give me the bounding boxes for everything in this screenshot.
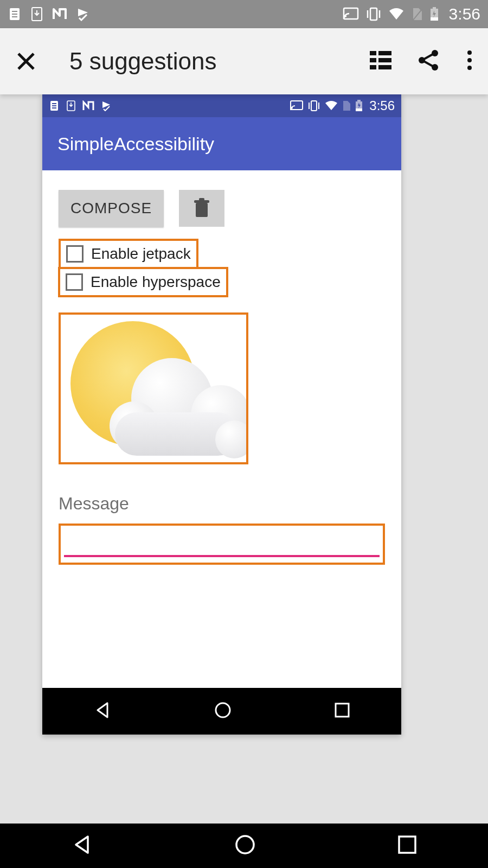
back-icon[interactable] [70, 833, 93, 858]
message-input-frame[interactable] [59, 524, 385, 565]
share-icon[interactable] [418, 49, 440, 74]
svg-point-26 [467, 50, 472, 55]
checkbox-label: Enable jetpack [91, 245, 191, 263]
checkbox-label: Enable hyperspace [91, 273, 221, 291]
svg-rect-43 [199, 198, 204, 201]
input-underline [64, 555, 380, 557]
trash-icon [192, 197, 211, 220]
document-icon [49, 100, 60, 111]
play-badge-icon [76, 7, 90, 21]
n-icon [82, 100, 94, 111]
battery-icon [355, 100, 363, 112]
svg-rect-3 [12, 16, 17, 17]
recents-icon[interactable] [397, 834, 418, 857]
weather-image[interactable] [59, 312, 248, 464]
svg-rect-20 [378, 65, 391, 69]
svg-rect-45 [336, 704, 349, 717]
svg-rect-15 [370, 51, 376, 55]
vibrate-icon [365, 7, 382, 21]
home-icon[interactable] [234, 833, 256, 858]
checkbox-enable-hyperspace[interactable]: Enable hyperspace [58, 267, 228, 297]
checkbox-icon [66, 245, 84, 263]
list-view-icon[interactable] [370, 51, 391, 72]
download-icon [66, 100, 76, 111]
svg-rect-41 [196, 203, 208, 217]
overflow-menu-icon[interactable] [466, 49, 473, 73]
sim-icon [411, 7, 423, 21]
svg-point-46 [236, 836, 254, 853]
svg-rect-12 [431, 17, 438, 21]
svg-rect-17 [370, 58, 376, 62]
svg-rect-6 [370, 8, 377, 20]
outer-title: 5 suggestions [69, 48, 217, 75]
home-icon[interactable] [214, 701, 232, 722]
svg-rect-16 [378, 51, 391, 55]
svg-rect-40 [356, 108, 362, 111]
message-input[interactable] [64, 529, 380, 553]
back-icon[interactable] [93, 701, 112, 722]
close-icon[interactable] [15, 50, 37, 72]
download-icon [30, 7, 43, 21]
inner-app-title: SimpleAccessibility [57, 133, 214, 155]
cast-icon [343, 7, 359, 21]
cast-icon [290, 100, 303, 111]
cloud-icon [110, 369, 248, 450]
svg-rect-47 [399, 837, 415, 853]
svg-rect-31 [52, 105, 56, 106]
inner-app-bar: SimpleAccessibility [42, 117, 401, 170]
outer-app-bar: 5 suggestions [0, 28, 488, 94]
battery-icon [429, 7, 439, 22]
n-icon [52, 7, 67, 21]
inner-status-bar: 3:56 [42, 94, 401, 117]
svg-rect-39 [357, 100, 361, 101]
svg-rect-2 [12, 14, 17, 15]
svg-rect-30 [52, 103, 56, 104]
inner-device-preview: 3:56 SimpleAccessibility COMPOSE Enable … [42, 94, 401, 735]
svg-rect-1 [12, 11, 17, 12]
play-badge-icon [101, 100, 112, 111]
svg-rect-18 [378, 58, 391, 62]
checkbox-icon [66, 273, 83, 291]
outer-nav-bar [0, 824, 488, 868]
wifi-icon [325, 101, 338, 111]
svg-rect-5 [344, 8, 358, 19]
delete-button[interactable] [179, 190, 224, 227]
compose-button[interactable]: COMPOSE [59, 190, 164, 227]
message-label: Message [59, 494, 385, 514]
sim-icon [342, 100, 351, 111]
svg-rect-19 [370, 65, 376, 69]
document-icon [8, 7, 22, 21]
svg-point-28 [467, 66, 472, 70]
outer-status-time: 3:56 [449, 5, 480, 23]
wifi-icon [388, 8, 404, 21]
outer-status-bar: 3:56 [0, 0, 488, 28]
checkbox-enable-jetpack[interactable]: Enable jetpack [59, 239, 198, 269]
svg-point-44 [216, 703, 230, 717]
svg-line-25 [424, 61, 433, 66]
inner-status-time: 3:56 [369, 98, 395, 113]
svg-rect-11 [433, 7, 436, 9]
inner-nav-bar [42, 688, 401, 735]
svg-point-27 [467, 58, 472, 62]
svg-rect-32 [52, 107, 56, 108]
svg-rect-35 [311, 101, 317, 111]
svg-line-24 [424, 54, 433, 59]
recents-icon[interactable] [334, 702, 350, 720]
vibrate-icon [307, 100, 320, 111]
